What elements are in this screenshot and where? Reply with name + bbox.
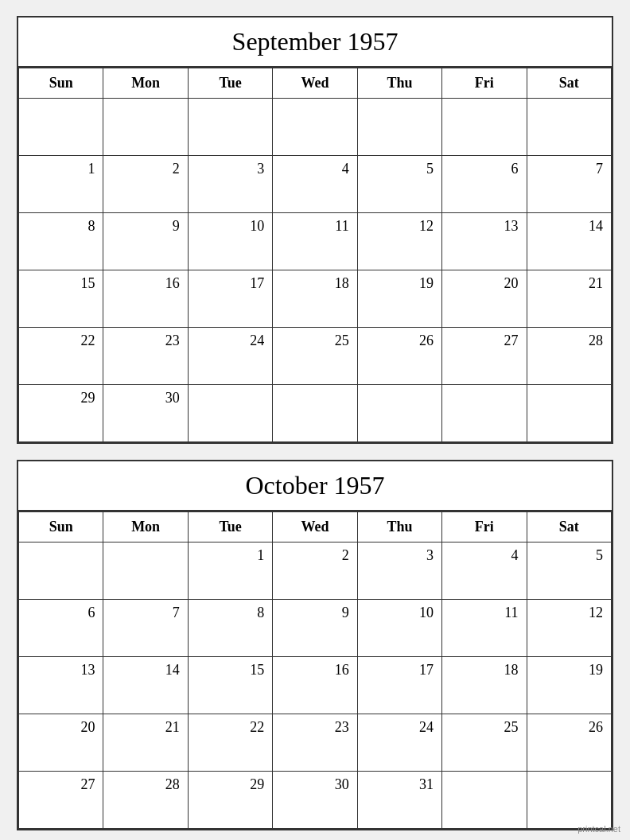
col-header-wed: Wed xyxy=(273,512,357,542)
calendar-day: 30 xyxy=(103,385,188,442)
calendar-day: 16 xyxy=(273,657,357,714)
calendar-day: 20 xyxy=(19,714,103,772)
calendar-day xyxy=(273,99,357,156)
calendar-day: 22 xyxy=(19,328,103,385)
calendar-day: 30 xyxy=(273,772,357,829)
calendar-day: 18 xyxy=(442,657,527,714)
calendar-day: 5 xyxy=(357,156,441,213)
october-title: October 1957 xyxy=(18,461,612,511)
calendar-day: 12 xyxy=(527,600,611,657)
calendar-day xyxy=(103,542,188,600)
calendar-day xyxy=(357,99,441,156)
col-header-tue: Tue xyxy=(188,68,272,99)
col-header-thu: Thu xyxy=(357,68,441,99)
calendar-day: 9 xyxy=(103,213,188,270)
calendar-day: 13 xyxy=(19,657,103,714)
october-calendar: October 1957 Sun Mon Tue Wed Thu Fri Sat… xyxy=(17,460,613,830)
calendar-day: 17 xyxy=(188,270,272,328)
calendar-day: 4 xyxy=(273,156,357,213)
calendar-day: 15 xyxy=(19,270,103,328)
calendar-day: 7 xyxy=(527,156,611,213)
calendar-day xyxy=(103,99,188,156)
calendar-day xyxy=(19,542,103,600)
watermark: printcal.net xyxy=(578,824,620,834)
calendar-day: 3 xyxy=(357,542,441,600)
col-header-mon: Mon xyxy=(103,512,188,542)
calendar-day: 2 xyxy=(273,542,357,600)
calendar-day: 29 xyxy=(19,385,103,442)
calendar-day: 26 xyxy=(527,714,611,772)
calendar-day xyxy=(188,99,272,156)
calendar-day: 8 xyxy=(19,213,103,270)
calendar-day: 9 xyxy=(273,600,357,657)
calendar-day: 19 xyxy=(527,657,611,714)
calendar-day: 21 xyxy=(103,714,188,772)
calendar-day xyxy=(442,99,527,156)
calendar-day: 23 xyxy=(103,328,188,385)
calendar-day: 11 xyxy=(273,213,357,270)
calendar-day: 8 xyxy=(188,600,272,657)
calendar-day xyxy=(188,385,272,442)
col-header-wed: Wed xyxy=(273,68,357,99)
calendar-day: 17 xyxy=(357,657,441,714)
col-header-fri: Fri xyxy=(442,512,527,542)
calendar-day xyxy=(442,772,527,829)
calendar-day xyxy=(442,385,527,442)
september-title: September 1957 xyxy=(18,18,612,68)
calendar-day: 27 xyxy=(19,772,103,829)
calendar-day: 11 xyxy=(442,600,527,657)
calendar-day: 27 xyxy=(442,328,527,385)
calendar-day: 28 xyxy=(103,772,188,829)
calendar-day: 16 xyxy=(103,270,188,328)
calendar-day: 1 xyxy=(188,542,272,600)
calendar-day: 18 xyxy=(273,270,357,328)
calendar-day: 26 xyxy=(357,328,441,385)
calendar-day: 23 xyxy=(273,714,357,772)
calendar-day: 6 xyxy=(442,156,527,213)
calendar-day: 3 xyxy=(188,156,272,213)
col-header-tue: Tue xyxy=(188,512,272,542)
calendar-day: 12 xyxy=(357,213,441,270)
calendar-day xyxy=(527,772,611,829)
september-calendar: September 1957 Sun Mon Tue Wed Thu Fri S… xyxy=(17,16,613,444)
calendar-day: 19 xyxy=(357,270,441,328)
calendar-day: 15 xyxy=(188,657,272,714)
col-header-mon: Mon xyxy=(103,68,188,99)
calendar-day: 10 xyxy=(188,213,272,270)
col-header-sat: Sat xyxy=(527,512,611,542)
calendar-day: 10 xyxy=(357,600,441,657)
col-header-sun: Sun xyxy=(19,68,103,99)
calendar-day: 5 xyxy=(527,542,611,600)
calendar-day: 20 xyxy=(442,270,527,328)
calendar-day: 7 xyxy=(103,600,188,657)
calendar-day: 1 xyxy=(19,156,103,213)
calendar-day: 24 xyxy=(357,714,441,772)
calendar-day: 6 xyxy=(19,600,103,657)
col-header-fri: Fri xyxy=(442,68,527,99)
calendar-day: 29 xyxy=(188,772,272,829)
calendar-day: 14 xyxy=(103,657,188,714)
calendar-day: 13 xyxy=(442,213,527,270)
calendar-day: 25 xyxy=(442,714,527,772)
calendar-day: 4 xyxy=(442,542,527,600)
calendar-day xyxy=(527,385,611,442)
calendar-day: 14 xyxy=(527,213,611,270)
calendar-day: 28 xyxy=(527,328,611,385)
calendar-day xyxy=(357,385,441,442)
calendar-day: 22 xyxy=(188,714,272,772)
calendar-day xyxy=(19,99,103,156)
calendar-day: 31 xyxy=(357,772,441,829)
col-header-thu: Thu xyxy=(357,512,441,542)
calendar-day xyxy=(527,99,611,156)
calendar-day: 24 xyxy=(188,328,272,385)
calendar-day: 21 xyxy=(527,270,611,328)
col-header-sat: Sat xyxy=(527,68,611,99)
calendar-day xyxy=(273,385,357,442)
calendar-day: 2 xyxy=(103,156,188,213)
col-header-sun: Sun xyxy=(19,512,103,542)
calendar-day: 25 xyxy=(273,328,357,385)
